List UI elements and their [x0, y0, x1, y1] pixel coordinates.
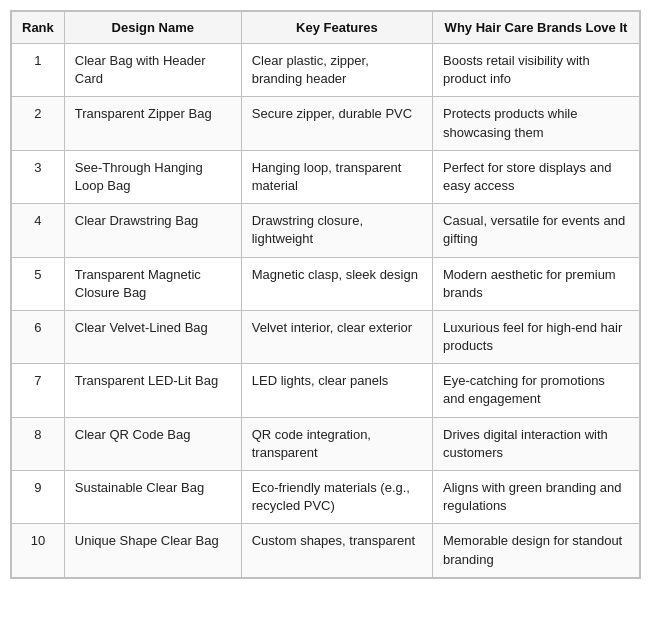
cell-key-features: Hanging loop, transparent material [241, 150, 432, 203]
cell-design-name: Unique Shape Clear Bag [64, 524, 241, 577]
cell-rank: 8 [12, 417, 65, 470]
cell-why-love: Protects products while showcasing them [433, 97, 640, 150]
col-header-rank: Rank [12, 12, 65, 44]
cell-why-love: Modern aesthetic for premium brands [433, 257, 640, 310]
rankings-table: Rank Design Name Key Features Why Hair C… [11, 11, 640, 578]
cell-why-love: Casual, versatile for events and gifting [433, 204, 640, 257]
cell-rank: 7 [12, 364, 65, 417]
cell-why-love: Perfect for store displays and easy acce… [433, 150, 640, 203]
table-row: 5Transparent Magnetic Closure BagMagneti… [12, 257, 640, 310]
cell-rank: 6 [12, 310, 65, 363]
cell-design-name: See-Through Hanging Loop Bag [64, 150, 241, 203]
table-row: 2Transparent Zipper BagSecure zipper, du… [12, 97, 640, 150]
cell-why-love: Aligns with green branding and regulatio… [433, 471, 640, 524]
table-row: 1Clear Bag with Header CardClear plastic… [12, 44, 640, 97]
cell-key-features: LED lights, clear panels [241, 364, 432, 417]
cell-why-love: Memorable design for standout branding [433, 524, 640, 577]
cell-design-name: Transparent Magnetic Closure Bag [64, 257, 241, 310]
cell-rank: 5 [12, 257, 65, 310]
cell-rank: 4 [12, 204, 65, 257]
cell-key-features: Custom shapes, transparent [241, 524, 432, 577]
cell-key-features: Drawstring closure, lightweight [241, 204, 432, 257]
cell-rank: 3 [12, 150, 65, 203]
cell-rank: 2 [12, 97, 65, 150]
cell-why-love: Boosts retail visibility with product in… [433, 44, 640, 97]
cell-key-features: Velvet interior, clear exterior [241, 310, 432, 363]
table-row: 6Clear Velvet-Lined BagVelvet interior, … [12, 310, 640, 363]
cell-why-love: Eye-catching for promotions and engageme… [433, 364, 640, 417]
cell-key-features: Secure zipper, durable PVC [241, 97, 432, 150]
cell-rank: 10 [12, 524, 65, 577]
cell-design-name: Clear Drawstring Bag [64, 204, 241, 257]
col-header-key-features: Key Features [241, 12, 432, 44]
cell-rank: 9 [12, 471, 65, 524]
table-row: 3See-Through Hanging Loop BagHanging loo… [12, 150, 640, 203]
cell-key-features: Eco-friendly materials (e.g., recycled P… [241, 471, 432, 524]
col-header-why-love: Why Hair Care Brands Love It [433, 12, 640, 44]
cell-design-name: Clear Velvet-Lined Bag [64, 310, 241, 363]
cell-design-name: Clear QR Code Bag [64, 417, 241, 470]
cell-design-name: Transparent Zipper Bag [64, 97, 241, 150]
cell-design-name: Transparent LED-Lit Bag [64, 364, 241, 417]
cell-why-love: Luxurious feel for high-end hair product… [433, 310, 640, 363]
cell-key-features: Magnetic clasp, sleek design [241, 257, 432, 310]
cell-key-features: QR code integration, transparent [241, 417, 432, 470]
table-row: 4Clear Drawstring BagDrawstring closure,… [12, 204, 640, 257]
table-row: 7Transparent LED-Lit BagLED lights, clea… [12, 364, 640, 417]
col-header-design-name: Design Name [64, 12, 241, 44]
table-row: 9Sustainable Clear BagEco-friendly mater… [12, 471, 640, 524]
cell-key-features: Clear plastic, zipper, branding header [241, 44, 432, 97]
cell-design-name: Sustainable Clear Bag [64, 471, 241, 524]
cell-design-name: Clear Bag with Header Card [64, 44, 241, 97]
cell-why-love: Drives digital interaction with customer… [433, 417, 640, 470]
table-header-row: Rank Design Name Key Features Why Hair C… [12, 12, 640, 44]
table-row: 10Unique Shape Clear BagCustom shapes, t… [12, 524, 640, 577]
table-row: 8Clear QR Code BagQR code integration, t… [12, 417, 640, 470]
cell-rank: 1 [12, 44, 65, 97]
main-table-container: Rank Design Name Key Features Why Hair C… [10, 10, 641, 579]
